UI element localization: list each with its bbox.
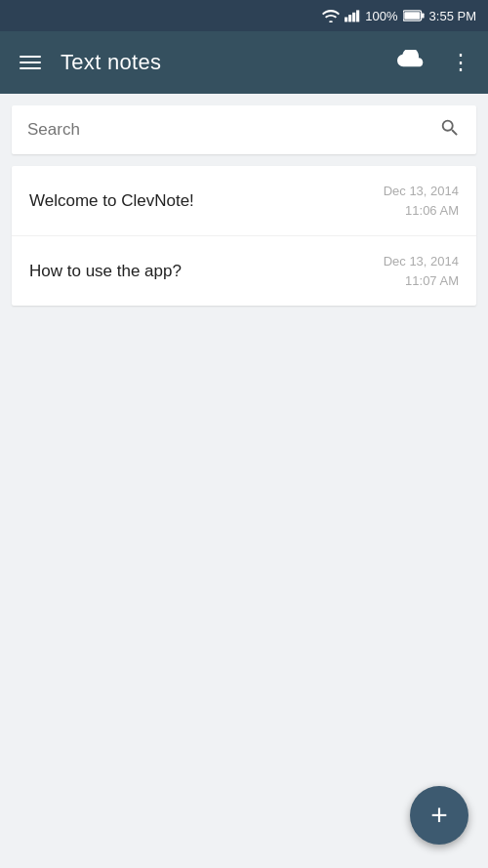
note-time-line: 11:06 AM bbox=[384, 201, 459, 221]
battery-icon bbox=[403, 10, 425, 21]
search-input[interactable] bbox=[27, 120, 439, 140]
wifi-icon bbox=[322, 9, 340, 22]
notes-list: Welcome to ClevNote! Dec 13, 2014 11:06 … bbox=[12, 166, 476, 306]
app-title: Text notes bbox=[61, 50, 380, 75]
main-content: Welcome to ClevNote! Dec 13, 2014 11:06 … bbox=[0, 94, 488, 868]
note-date-line: Dec 13, 2014 bbox=[384, 252, 459, 271]
signal-icon bbox=[345, 9, 360, 22]
note-date-line: Dec 13, 2014 bbox=[384, 182, 459, 201]
note-title: How to use the app? bbox=[29, 262, 182, 281]
svg-rect-5 bbox=[404, 12, 420, 20]
note-date: Dec 13, 2014 11:06 AM bbox=[384, 182, 459, 220]
search-bar bbox=[12, 105, 476, 154]
battery-level: 100% bbox=[365, 9, 397, 23]
hamburger-menu-icon[interactable] bbox=[16, 52, 45, 73]
status-bar: 100% 3:55 PM bbox=[0, 0, 488, 31]
svg-rect-1 bbox=[348, 15, 351, 21]
status-icons: 100% 3:55 PM bbox=[322, 9, 476, 23]
search-icon bbox=[439, 117, 461, 144]
add-note-button[interactable]: + bbox=[410, 786, 468, 845]
svg-rect-6 bbox=[422, 13, 425, 18]
list-item[interactable]: How to use the app? Dec 13, 2014 11:07 A… bbox=[12, 236, 476, 306]
more-options-icon[interactable]: ⋮ bbox=[450, 50, 472, 75]
svg-rect-0 bbox=[345, 18, 347, 22]
svg-rect-3 bbox=[356, 10, 359, 21]
svg-rect-2 bbox=[352, 13, 355, 22]
cloud-sync-icon[interactable] bbox=[395, 50, 427, 75]
note-date: Dec 13, 2014 11:07 AM bbox=[384, 252, 459, 290]
note-title: Welcome to ClevNote! bbox=[29, 191, 194, 211]
note-time-line: 11:07 AM bbox=[384, 271, 459, 291]
list-item[interactable]: Welcome to ClevNote! Dec 13, 2014 11:06 … bbox=[12, 166, 476, 236]
add-note-icon: + bbox=[430, 801, 448, 830]
status-time: 3:55 PM bbox=[429, 9, 476, 23]
app-bar: Text notes ⋮ bbox=[0, 31, 488, 94]
